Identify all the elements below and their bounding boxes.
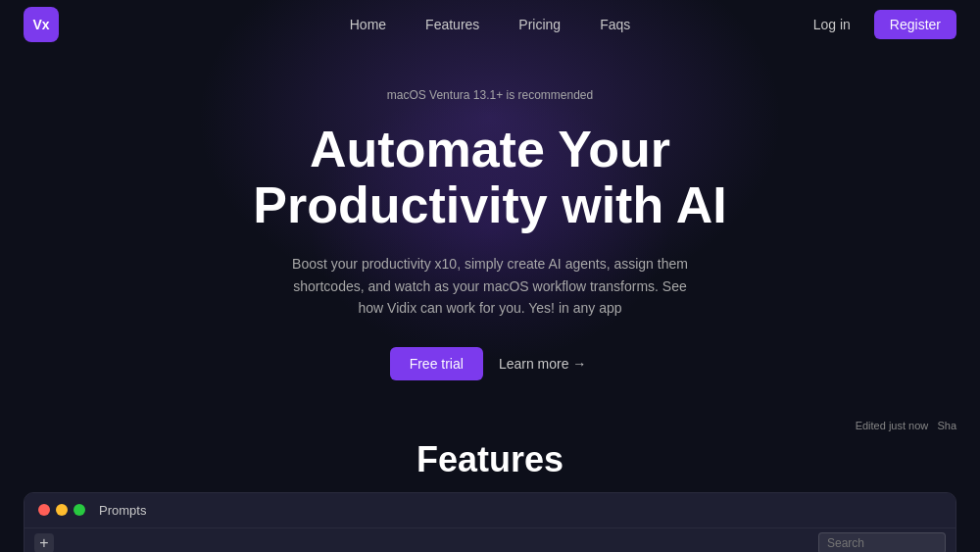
edited-label: Edited just now Sha (856, 420, 956, 431)
hero-section: macOS Ventura 13.1+ is recommended Autom… (0, 49, 980, 420)
traffic-lights (38, 504, 85, 516)
hero-title-line1: Automate Your (310, 121, 670, 177)
hero-title-line2: Productivity with AI (253, 176, 726, 233)
free-trial-button[interactable]: Free trial (390, 347, 483, 380)
login-button[interactable]: Log in (802, 11, 862, 38)
app-window: Prompts + General Prompts More Collectio… (24, 492, 956, 552)
features-section: Edited just now Sha Features Prompts + G… (0, 420, 980, 552)
learn-more-button[interactable]: Learn more → (495, 347, 590, 380)
hero-badge: macOS Ventura 13.1+ is recommended (387, 88, 593, 102)
window-titlebar: Prompts (24, 493, 956, 528)
hero-buttons: Free trial Learn more → (390, 347, 591, 380)
nav-home[interactable]: Home (350, 17, 386, 32)
search-input[interactable] (818, 532, 946, 552)
nav-pricing[interactable]: Pricing (518, 17, 561, 32)
nav-features[interactable]: Features (425, 17, 479, 32)
brand-logo[interactable]: Vx (24, 7, 59, 42)
nav-faqs[interactable]: Faqs (600, 17, 630, 32)
maximize-traffic-light[interactable] (74, 504, 85, 516)
close-traffic-light[interactable] (38, 504, 50, 516)
window-toolbar: + (24, 528, 956, 552)
hero-subtitle: Boost your productivity x10, simply crea… (284, 253, 696, 319)
nav-actions: Log in Register (802, 10, 956, 39)
navbar: Vx Home Features Pricing Faqs Log in Reg… (0, 0, 980, 49)
features-header: Edited just now Sha (0, 420, 980, 431)
hero-title: Automate Your Productivity with AI (253, 122, 726, 233)
minimize-traffic-light[interactable] (56, 504, 68, 516)
features-title: Features (0, 435, 980, 480)
register-button[interactable]: Register (874, 10, 956, 39)
nav-links: Home Features Pricing Faqs (350, 17, 631, 32)
add-prompt-button[interactable]: + (34, 533, 54, 552)
window-title: Prompts (99, 503, 146, 518)
